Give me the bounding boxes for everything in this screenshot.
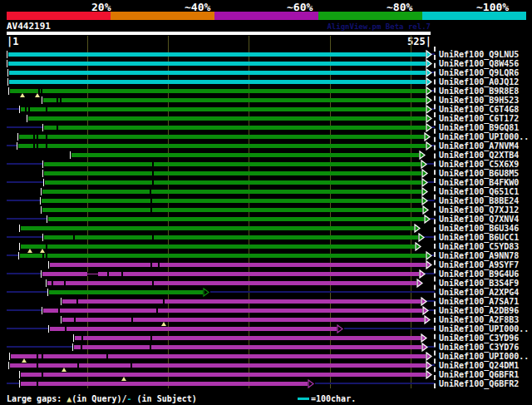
alignment-bar[interactable]: [21, 382, 308, 386]
bar-start-tick: [19, 243, 20, 250]
alignment-bar[interactable]: [42, 272, 420, 276]
alignment-bar[interactable]: [9, 80, 426, 84]
subject-label[interactable]: UniRef100_Q9LNU5: [439, 50, 519, 59]
subject-label[interactable]: UniRef100_Q7XJ12: [439, 205, 519, 215]
alignment-bar[interactable]: [44, 171, 422, 175]
subject-label[interactable]: UniRef100_C6T4G8: [439, 105, 519, 114]
bar-arrowhead-icon: [416, 279, 424, 288]
alignment-bar[interactable]: [10, 363, 426, 368]
query-gap-triangle-icon: [27, 249, 32, 253]
alignment-bar[interactable]: [20, 254, 426, 258]
bar-start-tick: [41, 188, 42, 195]
subject-label[interactable]: UniRef100_B6U8M5: [439, 169, 519, 178]
alignment-bar[interactable]: [8, 52, 426, 57]
bar-arrowhead-icon: [426, 86, 433, 96]
subject-label[interactable]: UniRef100_UPI000..: [439, 352, 529, 361]
gaps-legend: Large gaps: ▲(in Query)/- (in Subject): [7, 394, 197, 403]
subject-label[interactable]: UniRef100_Q651C1: [439, 187, 519, 196]
alignment-bar[interactable]: [44, 126, 426, 130]
bar-start-tick: [47, 215, 47, 223]
subject-label[interactable]: UniRef100_B6U346: [439, 224, 519, 233]
alignment-bar[interactable]: [62, 318, 424, 322]
alignment-bar[interactable]: [28, 116, 426, 121]
alignment-bar[interactable]: [47, 281, 416, 285]
alignment-bar[interactable]: [45, 180, 422, 185]
subject-label[interactable]: UniRef100_UPI000..: [439, 324, 529, 333]
subject-label[interactable]: UniRef100_Q6BFR2: [439, 379, 519, 388]
subject-label[interactable]: UniRef100_A9NN78: [439, 251, 519, 260]
alignment-bar[interactable]: [11, 354, 426, 358]
alignment-bar[interactable]: [62, 299, 421, 304]
bar-gap-notch: [131, 318, 133, 322]
alignment-bar[interactable]: [43, 98, 426, 102]
subject-label[interactable]: UniRef100_A2DB96: [439, 306, 519, 315]
alignment-bar[interactable]: [42, 208, 423, 212]
subject-leader-line: [7, 218, 47, 220]
bar-gap-notch: [52, 281, 53, 285]
alignment-bar[interactable]: [18, 144, 426, 148]
alignment-bar[interactable]: [44, 162, 421, 166]
bar-start-tick: [42, 234, 43, 241]
subject-label[interactable]: UniRef100_B9G4U6: [439, 269, 519, 279]
subject-leader-line: [7, 200, 40, 201]
alignment-bar[interactable]: [50, 263, 426, 267]
alignment-bar[interactable]: [21, 373, 426, 377]
alignment-bar[interactable]: [42, 199, 422, 203]
bar-start-tick: [48, 261, 49, 269]
bar-start-tick: [19, 225, 20, 232]
subject-label[interactable]: UniRef100_B6UCC1: [439, 233, 519, 242]
alignment-bar[interactable]: [50, 327, 337, 331]
alignment-bar[interactable]: [9, 71, 426, 75]
subject-label[interactable]: UniRef100_C5YD83: [439, 242, 519, 251]
subject-label[interactable]: UniRef100_C3YD96: [439, 333, 519, 343]
alignment-bar[interactable]: [71, 153, 420, 157]
bar-gap-notch: [150, 208, 152, 212]
bar-gap-notch: [156, 309, 158, 313]
subject-label[interactable]: UniRef100_A0JQ12: [439, 77, 519, 86]
subject-label[interactable]: UniRef100_A2F8B3: [439, 315, 519, 324]
bar-start-tick: [18, 252, 19, 259]
subject-label[interactable]: UniRef100_B4FKW0: [439, 178, 519, 187]
subject-label[interactable]: UniRef100_Q7XNV4: [439, 215, 519, 224]
alignment-bar[interactable]: [75, 336, 421, 340]
subject-label[interactable]: UniRef100_Q2XTB4: [439, 151, 519, 160]
subject-label[interactable]: UniRef100_A7SA71: [439, 297, 519, 306]
query-gap-triangle-icon: [121, 377, 126, 381]
subject-label[interactable]: UniRef100_B9H523: [439, 96, 519, 105]
alignment-bar[interactable]: [19, 135, 425, 139]
subject-label[interactable]: UniRef100_Q6BFR1: [439, 370, 519, 379]
bar-start-tick: [9, 353, 10, 360]
subject-label[interactable]: UniRef100_Q8W456: [439, 59, 519, 68]
alignment-bar[interactable]: [10, 89, 426, 93]
subject-label[interactable]: UniRef100_B3S4F9: [439, 279, 519, 288]
subject-label[interactable]: UniRef100_B8BE24: [439, 196, 519, 205]
subject-label[interactable]: UniRef100_C6T172: [439, 114, 519, 123]
subject-label[interactable]: UniRef100_A9SYF7: [439, 260, 519, 269]
alignment-bar[interactable]: [44, 235, 419, 240]
subject-label[interactable]: UniRef100_UPI000..: [439, 132, 529, 141]
alignment-bar[interactable]: [21, 244, 415, 249]
bar-gap-notch: [121, 272, 123, 276]
alignment-bar[interactable]: [43, 309, 423, 313]
bar-arrowhead-icon: [418, 233, 426, 242]
alignment-bar[interactable]: [21, 226, 414, 230]
subject-label[interactable]: UniRef100_B9GQ81: [439, 123, 519, 132]
subject-label[interactable]: UniRef100_C3YD76: [439, 343, 519, 352]
ruler-bar: [7, 32, 431, 35]
alignment-bar[interactable]: [49, 290, 203, 294]
subject-label[interactable]: UniRef100_C5X6X9: [439, 160, 519, 169]
scale-segment: [422, 12, 526, 20]
subject-label[interactable]: UniRef100_B9R8E8: [439, 86, 519, 96]
alignment-bar[interactable]: [21, 107, 426, 111]
alignment-bar[interactable]: [8, 62, 426, 66]
alignment-bar[interactable]: [42, 190, 422, 194]
bar-arrowhead-icon: [426, 96, 433, 105]
subject-label[interactable]: UniRef100_Q9LQR6: [439, 68, 519, 77]
alignment-bar[interactable]: [48, 217, 425, 221]
bar-gap-notch: [158, 263, 160, 267]
subject-label[interactable]: UniRef100_Q24DM1: [439, 361, 519, 370]
subject-label[interactable]: UniRef100_A7NVM4: [439, 141, 519, 151]
subject-label[interactable]: UniRef100_A2XPG4: [439, 288, 519, 297]
alignment-bar[interactable]: [74, 345, 422, 349]
scale-legend: =100char.: [298, 394, 356, 403]
